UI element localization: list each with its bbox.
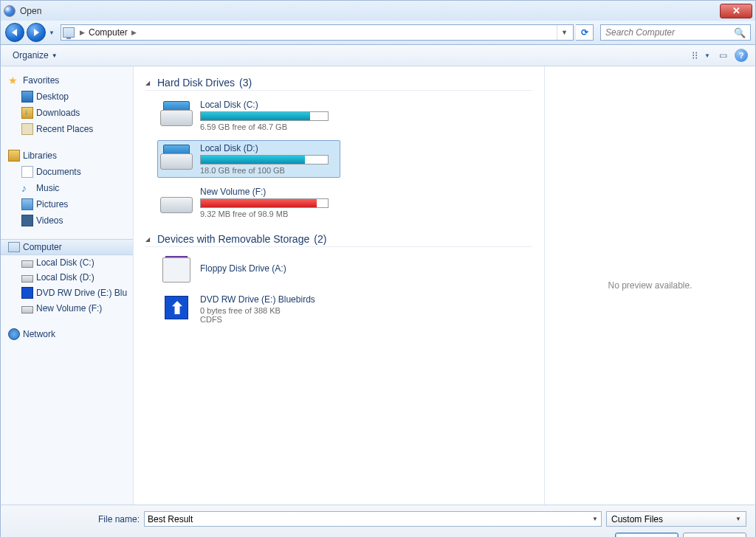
- forward-button[interactable]: [27, 23, 46, 42]
- hdd-icon: [21, 306, 33, 313]
- drive-fs: CDFS: [200, 315, 337, 324]
- downloads-icon: [21, 107, 33, 119]
- filetype-label: Custom Files: [611, 514, 663, 524]
- libraries-icon: [8, 150, 20, 162]
- sidebar-item-label: DVD RW Drive (E:) Blu: [36, 288, 127, 298]
- collapse-icon[interactable]: ◢: [145, 80, 153, 86]
- preview-pane: No preview available.: [544, 66, 755, 505]
- drive-name: Local Disk (D:): [200, 143, 337, 153]
- sidebar-item-label: New Volume (F:): [36, 303, 102, 313]
- sidebar-item-dvd[interactable]: DVD RW Drive (E:) Blu: [1, 285, 133, 301]
- music-icon: ♪: [21, 182, 33, 194]
- sidebar-item-downloads[interactable]: Downloads: [1, 105, 133, 121]
- preview-empty-text: No preview available.: [608, 280, 692, 291]
- main-area: ★Favorites Desktop Downloads Recent Plac…: [0, 66, 756, 505]
- chevron-down-icon[interactable]: ▼: [592, 516, 598, 522]
- section-title: Devices with Removable Storage: [157, 233, 309, 245]
- hdd-icon: [160, 187, 193, 213]
- sidebar-item-volume-f[interactable]: New Volume (F:): [1, 301, 133, 316]
- help-button[interactable]: ?: [735, 49, 748, 62]
- section-title: Hard Disk Drives: [157, 77, 235, 89]
- sidebar-item-label: Local Disk (D:): [36, 272, 94, 283]
- sidebar-computer[interactable]: Computer: [1, 239, 133, 255]
- hdd-icon: [160, 143, 193, 170]
- capacity-bar: [200, 155, 329, 164]
- close-button[interactable]: ✕: [720, 4, 752, 18]
- breadcrumb[interactable]: Computer: [87, 27, 129, 38]
- sidebar-item-local-d[interactable]: Local Disk (D:): [1, 270, 133, 285]
- address-dropdown[interactable]: ▼: [557, 25, 571, 40]
- chevron-down-icon: ▼: [735, 516, 741, 522]
- drive-floppy-a[interactable]: Floppy Disk Drive (A:): [157, 253, 340, 285]
- computer-icon: [63, 27, 75, 38]
- sidebar-item-label: Pictures: [36, 199, 68, 209]
- title-bar: Open ✕: [0, 0, 756, 21]
- view-button[interactable]: ⁝⁝: [686, 47, 704, 63]
- sidebar-favorites[interactable]: ★Favorites: [1, 72, 133, 89]
- cancel-button[interactable]: Cancel: [683, 533, 746, 537]
- section-hdd[interactable]: ◢ Hard Disk Drives (3): [145, 77, 532, 91]
- network-icon: [8, 328, 20, 340]
- hdd-icon: [160, 100, 193, 126]
- history-dropdown[interactable]: ▼: [48, 23, 55, 42]
- preview-pane-button[interactable]: ▭: [714, 47, 732, 63]
- search-box[interactable]: 🔍: [600, 24, 751, 41]
- search-icon[interactable]: 🔍: [734, 27, 746, 38]
- sidebar-item-videos[interactable]: Videos: [1, 212, 133, 229]
- videos-icon: [21, 215, 33, 226]
- back-button[interactable]: [5, 23, 24, 42]
- sidebar-item-pictures[interactable]: Pictures: [1, 196, 133, 212]
- filename-combo[interactable]: ▼: [144, 511, 602, 527]
- chevron-down-icon: ▼: [52, 52, 58, 59]
- drive-free: 18.0 GB free of 100 GB: [200, 166, 337, 175]
- organize-menu[interactable]: Organize ▼: [8, 48, 62, 63]
- arrow-right-icon: [34, 29, 39, 36]
- drive-name: DVD RW Drive (E:) Bluebirds: [200, 294, 337, 305]
- sidebar-label: Network: [23, 329, 55, 339]
- open-button[interactable]: Open: [615, 533, 678, 537]
- sidebar-item-label: Music: [36, 183, 59, 193]
- drive-free: 9.32 MB free of 98.9 MB: [200, 209, 337, 218]
- bottom-panel: File name: ▼ Custom Files ▼ Open Cancel: [0, 505, 756, 537]
- sidebar-item-label: Desktop: [36, 91, 69, 102]
- sidebar-item-desktop[interactable]: Desktop: [1, 89, 133, 105]
- nav-bar: ▼ ▶ Computer ▶ ▼ ⟳ 🔍: [0, 21, 756, 44]
- drive-dvd-e[interactable]: DVD RW Drive (E:) Bluebirds 0 bytes free…: [157, 291, 340, 327]
- filename-input[interactable]: [148, 514, 592, 524]
- chevron-right-icon[interactable]: ▶: [78, 29, 87, 36]
- section-removable[interactable]: ◢ Devices with Removable Storage (2): [145, 233, 532, 247]
- content-pane: ◢ Hard Disk Drives (3) Local Disk (C:) 6…: [134, 66, 544, 505]
- search-input[interactable]: [605, 27, 734, 38]
- sidebar-item-recent[interactable]: Recent Places: [1, 121, 133, 137]
- drive-local-d[interactable]: Local Disk (D:) 18.0 GB free of 100 GB: [157, 140, 340, 178]
- sidebar-libraries[interactable]: Libraries: [1, 148, 133, 164]
- sidebar-label: Computer: [23, 242, 62, 252]
- hdd-icon: [21, 260, 33, 268]
- arrow-left-icon: [12, 29, 17, 36]
- drive-volume-f[interactable]: New Volume (F:) 9.32 MB free of 98.9 MB: [157, 184, 340, 221]
- sidebar-item-music[interactable]: ♪Music: [1, 180, 133, 196]
- sidebar-item-label: Local Disk (C:): [36, 257, 94, 268]
- desktop-icon: [21, 91, 33, 103]
- sidebar-item-documents[interactable]: Documents: [1, 164, 133, 180]
- drive-name: Local Disk (C:): [200, 100, 337, 110]
- view-dropdown[interactable]: ▼: [704, 46, 711, 65]
- capacity-bar: [200, 198, 329, 208]
- collapse-icon[interactable]: ◢: [145, 236, 153, 243]
- sidebar-item-local-c[interactable]: Local Disk (C:): [1, 255, 133, 270]
- hdd-icon: [21, 275, 33, 283]
- sidebar-network[interactable]: Network: [1, 326, 133, 342]
- chevron-right-icon[interactable]: ▶: [129, 29, 139, 36]
- dvd-icon: [21, 287, 33, 299]
- star-icon: ★: [8, 75, 20, 86]
- computer-icon: [8, 242, 20, 252]
- drive-free: 0 bytes free of 388 KB: [200, 306, 337, 315]
- capacity-bar: [200, 111, 329, 121]
- filetype-select[interactable]: Custom Files ▼: [606, 511, 746, 527]
- window-title: Open: [20, 6, 41, 16]
- drive-local-c[interactable]: Local Disk (C:) 6.59 GB free of 48.7 GB: [157, 97, 340, 134]
- sidebar-item-label: Videos: [36, 215, 63, 226]
- address-bar[interactable]: ▶ Computer ▶ ▼: [61, 24, 574, 41]
- refresh-button[interactable]: ⟳: [576, 24, 594, 41]
- sidebar-item-label: Downloads: [36, 108, 80, 118]
